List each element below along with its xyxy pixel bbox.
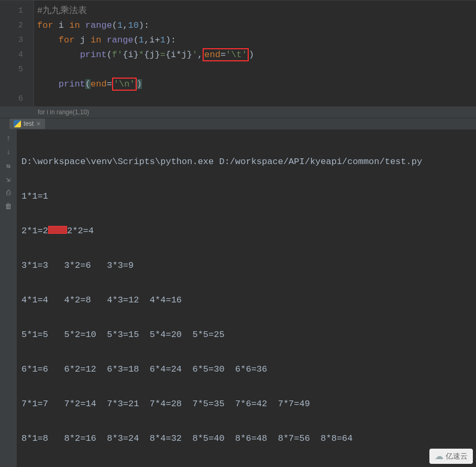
console-line: 4*1=4 4*2=8 4*3=12 4*4=16 [21,293,472,308]
code-line[interactable]: #九九乘法表 [37,4,476,18]
console-line: 5*1=5 5*2=10 5*3=15 5*4=20 5*5=25 [21,328,472,342]
watermark: ☁ 亿速云 [429,449,473,464]
close-icon[interactable]: ✕ [36,121,41,127]
code-editor[interactable]: 1 2 3 4 5 6 #九九乘法表 for i in range(1,10):… [0,0,476,106]
console-line: 1*1=1 [21,189,472,204]
run-tab-label: test [24,120,34,127]
console-line: 7*1=7 7*2=14 7*3=21 7*4=28 7*5=35 7*6=42… [21,397,472,411]
console-line: 2*1=22*2=4 [21,224,472,238]
console-command: D:\workspace\venv\Scripts\python.exe D:/… [21,155,472,169]
breadcrumb[interactable]: for i in range(1,10) [0,106,476,118]
watermark-text: 亿速云 [446,452,468,461]
down-icon[interactable]: ↓ [4,147,13,157]
run-panel: ↑ ↓ ⇆ ⇲ ⎙ 🗑 D:\workspace\venv\Scripts\py… [0,129,476,467]
line-number: 5 [0,62,34,77]
code-line[interactable]: print(f'{i}*{j}={i*j}',end='\t') [37,48,476,62]
line-number: 3 [0,33,34,48]
scroll-icon[interactable]: ⇲ [4,175,13,184]
cloud-icon: ☁ [435,451,444,462]
gutter: 1 2 3 4 5 6 [0,1,34,106]
run-tabs-bar: test ✕ [0,118,476,129]
console-output[interactable]: D:\workspace\venv\Scripts\python.exe D:/… [17,129,476,467]
up-icon[interactable]: ↑ [4,134,13,143]
line-number: 6 [0,92,34,106]
code-content[interactable]: #九九乘法表 for i in range(1,10): for j in ra… [34,1,476,106]
tab-highlight [48,226,67,234]
console-line: 6*1=6 6*2=12 6*3=18 6*4=24 6*5=30 6*6=36 [21,362,472,377]
trash-icon[interactable]: 🗑 [4,202,13,211]
code-line[interactable] [37,62,476,77]
python-icon [14,120,21,127]
code-line[interactable]: for j in range(1,i+1): [37,33,476,48]
code-line[interactable]: print(end='\n') [37,77,476,92]
console-line: 8*1=8 8*2=16 8*3=24 8*4=32 8*5=40 8*6=48… [21,431,472,446]
line-number: 4 [0,48,34,62]
highlight-end-newline: '\n' [112,78,137,91]
line-number: 2 [0,18,34,33]
highlight-end-tab: end='\t' [203,48,249,61]
code-line[interactable]: for i in range(1,10): [37,18,476,33]
console-line: 3*1=3 3*2=6 3*3=9 [21,258,472,273]
line-number [0,77,34,92]
run-tab-test[interactable]: test ✕ [9,118,45,129]
run-toolbar: ↑ ↓ ⇆ ⇲ ⎙ 🗑 [0,129,17,467]
print-icon[interactable]: ⎙ [4,188,13,198]
line-number: 1 [0,4,34,18]
wrap-icon[interactable]: ⇆ [4,161,13,170]
